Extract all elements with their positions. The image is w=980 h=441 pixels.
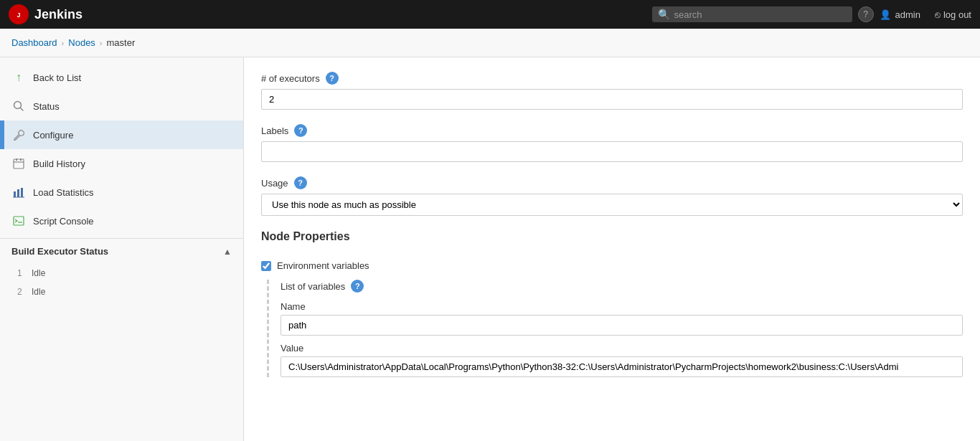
svg-rect-8: [14, 191, 16, 197]
executors-help-icon[interactable]: ?: [326, 72, 339, 85]
list-vars-header: List of variables ?: [281, 280, 963, 293]
labels-label: Labels: [261, 125, 288, 136]
jenkins-title-text: Jenkins: [34, 7, 83, 22]
executors-label: # of executors: [261, 73, 320, 84]
executor-status-2: Idle: [32, 287, 45, 297]
svg-rect-12: [14, 217, 24, 225]
usage-label: Usage: [261, 178, 288, 189]
executors-input[interactable]: [261, 89, 963, 110]
usage-select[interactable]: Use this node as much as possibleOnly bu…: [261, 194, 963, 216]
list-vars-help-icon[interactable]: ?: [351, 280, 364, 293]
var-value-group: Value: [281, 343, 963, 377]
sidebar-item-load-statistics[interactable]: Load Statistics: [0, 178, 243, 207]
sidebar-item-back-to-list[interactable]: ↑ Back to List: [0, 63, 243, 92]
user-label: admin: [895, 9, 920, 20]
var-name-label: Name: [281, 301, 963, 312]
top-header: J Jenkins 🔍 ? 👤 admin ⎋ log out: [0, 0, 980, 29]
list-of-vars-section: List of variables ? Name Value: [267, 280, 963, 377]
labels-help-icon[interactable]: ?: [294, 124, 307, 137]
svg-rect-7: [20, 158, 22, 161]
usage-label-row: Usage ?: [261, 176, 963, 189]
executor-section-title: Build Executor Status: [11, 246, 108, 257]
main-content: # of executors ? Labels ? Usage ? Use th…: [244, 57, 980, 441]
wrench-icon: [11, 128, 26, 142]
var-name-input[interactable]: [281, 315, 963, 336]
terminal-icon: [11, 214, 26, 228]
sidebar-status-label: Status: [33, 101, 60, 112]
search-wrapper: 🔍: [652, 6, 852, 22]
var-value-label: Value: [281, 343, 963, 354]
breadcrumb-nodes[interactable]: Nodes: [68, 37, 95, 48]
sidebar-load-statistics-label: Load Statistics: [33, 187, 94, 198]
svg-rect-6: [16, 158, 17, 161]
sidebar: ↑ Back to List Status Configure: [0, 57, 244, 441]
list-vars-label: List of variables: [281, 281, 345, 292]
svg-rect-10: [21, 188, 23, 197]
breadcrumb-sep-1: ›: [62, 39, 65, 47]
logo-area: J Jenkins: [9, 4, 83, 24]
usage-form-group: Usage ? Use this node as much as possibl…: [261, 176, 963, 216]
sidebar-configure-label: Configure: [33, 130, 73, 141]
env-vars-checkbox-label[interactable]: Environment variables: [277, 260, 369, 271]
executor-collapse-icon: ▲: [223, 247, 232, 257]
sidebar-script-console-label: Script Console: [33, 216, 94, 227]
sidebar-item-build-history[interactable]: Build History: [0, 149, 243, 178]
executor-num-2: 2: [17, 287, 27, 297]
jenkins-logo-icon: J: [9, 4, 29, 24]
search-nav-icon: [11, 99, 26, 113]
labels-label-row: Labels ?: [261, 124, 963, 137]
logout-button[interactable]: ⎋ log out: [935, 9, 971, 20]
executor-section: Build Executor Status ▲ 1 Idle 2 Idle: [0, 238, 243, 301]
labels-form-group: Labels ?: [261, 124, 963, 162]
executor-section-header[interactable]: Build Executor Status ▲: [0, 238, 243, 264]
executor-num-1: 1: [17, 268, 27, 278]
executor-status-1: Idle: [32, 268, 45, 278]
breadcrumb-dashboard[interactable]: Dashboard: [11, 37, 57, 48]
logout-icon: ⎋: [935, 9, 941, 20]
help-icon[interactable]: ?: [858, 6, 874, 22]
calendar-icon: [11, 156, 26, 171]
executors-form-group: # of executors ?: [261, 72, 963, 110]
svg-line-3: [21, 108, 24, 111]
labels-input[interactable]: [261, 141, 963, 162]
svg-text:J: J: [17, 11, 20, 19]
user-menu[interactable]: 👤 admin: [880, 9, 920, 20]
usage-help-icon[interactable]: ?: [294, 176, 307, 189]
breadcrumb: Dashboard › Nodes › master: [0, 29, 980, 57]
main-layout: ↑ Back to List Status Configure: [0, 57, 980, 441]
header-search-area: 🔍 ? 👤 admin ⎋ log out: [652, 6, 971, 22]
sidebar-item-script-console[interactable]: Script Console: [0, 207, 243, 235]
sidebar-item-configure[interactable]: Configure: [0, 120, 243, 149]
var-value-input[interactable]: [281, 356, 963, 377]
var-name-group: Name: [281, 301, 963, 336]
sidebar-item-status[interactable]: Status: [0, 92, 243, 120]
breadcrumb-master: master: [107, 37, 136, 48]
sidebar-back-to-list-label: Back to List: [33, 72, 81, 83]
search-icon: 🔍: [658, 9, 670, 20]
executor-item-2: 2 Idle: [0, 283, 243, 301]
env-vars-checkbox-row: Environment variables: [261, 260, 963, 271]
up-arrow-icon: ↑: [11, 70, 26, 85]
env-vars-checkbox[interactable]: [261, 261, 271, 271]
chart-icon: [11, 185, 26, 199]
svg-rect-4: [14, 159, 24, 169]
logout-label: log out: [943, 9, 971, 20]
user-icon: 👤: [880, 9, 891, 20]
search-input[interactable]: [674, 9, 847, 20]
sidebar-build-history-label: Build History: [33, 158, 85, 169]
executors-label-row: # of executors ?: [261, 72, 963, 85]
svg-rect-9: [17, 189, 19, 197]
executor-item-1: 1 Idle: [0, 264, 243, 283]
breadcrumb-sep-2: ›: [100, 39, 103, 47]
node-properties-title: Node Properties: [261, 230, 963, 249]
